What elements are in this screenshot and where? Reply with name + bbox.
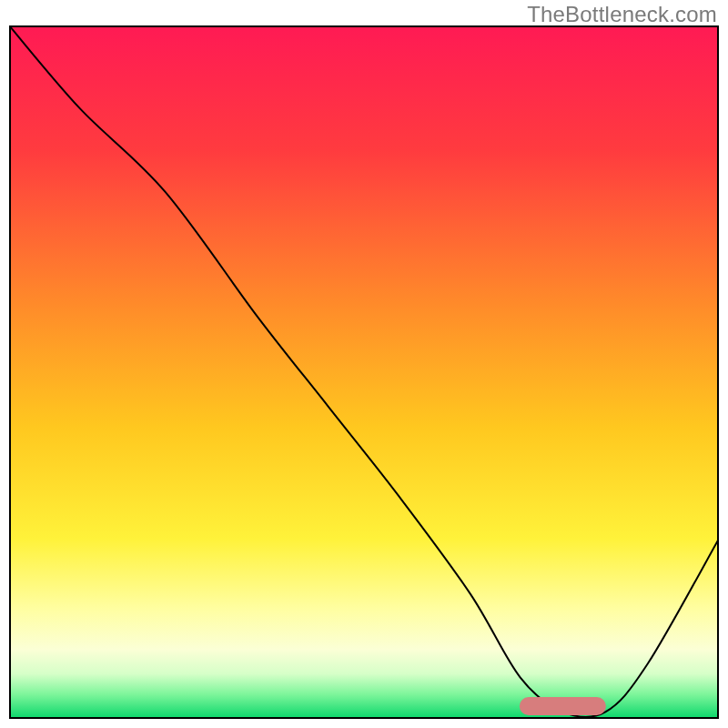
- chart-frame: [9, 25, 719, 719]
- attribution-text: TheBottleneck.com: [527, 2, 717, 27]
- optimum-range-marker: [520, 697, 605, 715]
- bottleneck-curve: [9, 25, 719, 719]
